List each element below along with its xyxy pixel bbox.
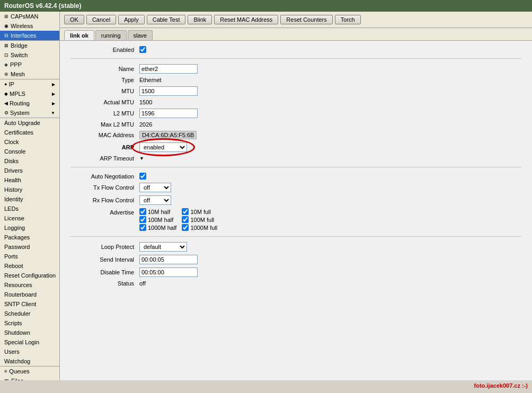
sidebar-item-routing[interactable]: ◀ Routing ▶ (0, 99, 59, 108)
sidebar-item-label: Packages (4, 234, 30, 240)
sidebar-item-resources[interactable]: Resources (0, 280, 59, 290)
sidebar-item-history[interactable]: History (0, 185, 59, 194)
sidebar-item-disks[interactable]: Disks (0, 156, 59, 166)
disable-time-input[interactable] (139, 267, 198, 277)
sidebar-item-switch[interactable]: ⊡ Switch (0, 50, 59, 60)
sidebar-item-bridge[interactable]: ⊠ Bridge (0, 41, 59, 50)
sidebar-item-ip[interactable]: ● IP ▶ (0, 79, 59, 89)
sidebar-item-routerboard[interactable]: Routerboard (0, 290, 59, 299)
sidebar-item-label: Password (4, 244, 30, 250)
tab-running[interactable]: running (95, 30, 127, 40)
sidebar-item-label: Console (4, 148, 25, 155)
sidebar-item-interfaces[interactable]: ⊟ Interfaces (0, 31, 59, 40)
sidebar-item-ppp[interactable]: ◈ PPP (0, 60, 59, 69)
advertise-100m-half-checkbox[interactable] (139, 216, 146, 223)
sidebar-item-files[interactable]: ▣ Files (0, 376, 59, 380)
sidebar-item-drivers[interactable]: Drivers (0, 166, 59, 175)
l2-mtu-input[interactable] (139, 109, 198, 118)
sidebar-item-label: Ports (4, 253, 18, 260)
sidebar-item-scripts[interactable]: Scripts (0, 318, 59, 328)
auto-negotiation-label: Auto Negotiation (70, 173, 139, 180)
type-label: Type (70, 77, 139, 83)
sidebar-item-license[interactable]: License (0, 213, 59, 223)
sidebar-item-shutdown[interactable]: Shutdown (0, 328, 59, 337)
mtu-label: MTU (70, 88, 139, 94)
sidebar-item-system[interactable]: ⚙ System ▼ (0, 108, 59, 118)
ip-icon: ● (4, 82, 7, 87)
reset-mac-button[interactable]: Reset MAC Address (214, 15, 278, 24)
rx-flow-control-select[interactable]: off on (139, 195, 171, 205)
sidebar-item-special-login[interactable]: Special Login (0, 337, 59, 347)
advertise-10m-full-checkbox[interactable] (182, 208, 189, 215)
sidebar-item-sntp-client[interactable]: SNTP Client (0, 299, 59, 309)
cancel-button[interactable]: Cancel (86, 15, 116, 24)
tx-flow-control-select[interactable]: off on (139, 183, 171, 192)
arp-select[interactable]: enabled disabled proxy-arp reply-only lo… (139, 142, 187, 152)
sidebar-item-certificates[interactable]: Certificates (0, 128, 59, 137)
name-group: Name (70, 64, 521, 74)
sidebar-item-reboot[interactable]: Reboot (0, 261, 59, 271)
watermark: foto.ijacek007.cz :-) (474, 382, 528, 389)
sidebar-item-reset-configuration[interactable]: Reset Configuration (0, 271, 59, 280)
sidebar-item-users[interactable]: Users (0, 347, 59, 356)
advertise-1000m-half-checkbox[interactable] (139, 224, 146, 231)
advertise-1000m-full-label: 1000M full (190, 225, 217, 231)
torch-button[interactable]: Torch (335, 15, 361, 24)
advertise-100m-full-label: 100M full (190, 217, 214, 223)
cable-test-button[interactable]: Cable Test (147, 15, 186, 24)
sidebar-item-identity[interactable]: Identity (0, 194, 59, 204)
advertise-label: Advertise (70, 208, 139, 216)
sidebar-item-clock[interactable]: Clock (0, 137, 59, 147)
send-interval-input[interactable] (139, 255, 198, 264)
auto-negotiation-group: Auto Negotiation (70, 173, 521, 180)
name-input[interactable] (139, 64, 198, 74)
arp-timeout-group: ARP Timeout ▼ (70, 155, 521, 162)
sidebar-item-health[interactable]: Health (0, 175, 59, 185)
actual-mtu-label: Actual MTU (70, 99, 139, 105)
tab-slave[interactable]: slave (128, 30, 153, 40)
sidebar-item-packages[interactable]: Packages (0, 233, 59, 242)
sidebar-item-wireless[interactable]: ◉ Wireless (0, 21, 59, 31)
sidebar-item-label: Watchdog (4, 358, 30, 364)
advertise-100m-half-label: 100M half (148, 217, 173, 223)
auto-negotiation-checkbox[interactable] (139, 173, 146, 180)
advertise-options: 10M half 10M full 100M half 100M fu (139, 208, 219, 231)
sidebar-item-leds[interactable]: LEDs (0, 204, 59, 213)
blink-button[interactable]: Blink (188, 15, 212, 24)
enabled-checkbox[interactable] (139, 46, 146, 53)
sidebar-item-label: Queues (9, 368, 30, 374)
sidebar-item-mesh[interactable]: ⊛ Mesh (0, 69, 59, 79)
advertise-100m-full-checkbox[interactable] (182, 216, 189, 223)
advertise-100m-half: 100M half (139, 216, 176, 223)
sidebar-item-label: Wireless (11, 23, 33, 29)
ok-button[interactable]: OK (64, 15, 84, 24)
sidebar-item-queues[interactable]: ≡ Queues (0, 367, 59, 376)
routing-arrow-icon: ▶ (52, 101, 55, 106)
tabs-bar: link ok running slave (60, 28, 532, 41)
arp-container: enabled disabled proxy-arp reply-only lo… (139, 142, 187, 152)
advertise-1000m-full-checkbox[interactable] (182, 224, 189, 231)
sidebar-item-label: Bridge (11, 42, 28, 49)
sidebar-item-scheduler[interactable]: Scheduler (0, 309, 59, 318)
ppp-icon: ◈ (4, 62, 8, 67)
sidebar-item-auto-upgrade[interactable]: Auto Upgrade (0, 118, 59, 128)
advertise-10m-full-label: 10M full (190, 209, 211, 215)
switch-icon: ⊡ (4, 52, 8, 58)
sidebar-item-console[interactable]: Console (0, 147, 59, 156)
mtu-input[interactable] (139, 86, 198, 96)
sidebar-item-ports[interactable]: Ports (0, 252, 59, 261)
rx-flow-control-group: Rx Flow Control off on (70, 195, 521, 205)
sidebar-item-password[interactable]: Password (0, 242, 59, 252)
loop-protect-select[interactable]: default on off (139, 242, 187, 252)
sidebar-item-capsman[interactable]: ⊞ CAPsMAN (0, 12, 59, 21)
disable-time-group: Disable Time (70, 267, 521, 277)
advertise-10m-half-checkbox[interactable] (139, 208, 146, 215)
sidebar-item-mpls[interactable]: ◆ MPLS ▶ (0, 89, 59, 99)
max-l2-mtu-value: 2026 (139, 121, 152, 128)
send-interval-label: Send Interval (70, 256, 139, 263)
apply-button[interactable]: Apply (118, 15, 145, 24)
tab-link-ok[interactable]: link ok (64, 30, 94, 40)
sidebar-item-logging[interactable]: Logging (0, 223, 59, 233)
sidebar-item-watchdog[interactable]: Watchdog (0, 356, 59, 366)
reset-counters-button[interactable]: Reset Counters (280, 15, 332, 24)
